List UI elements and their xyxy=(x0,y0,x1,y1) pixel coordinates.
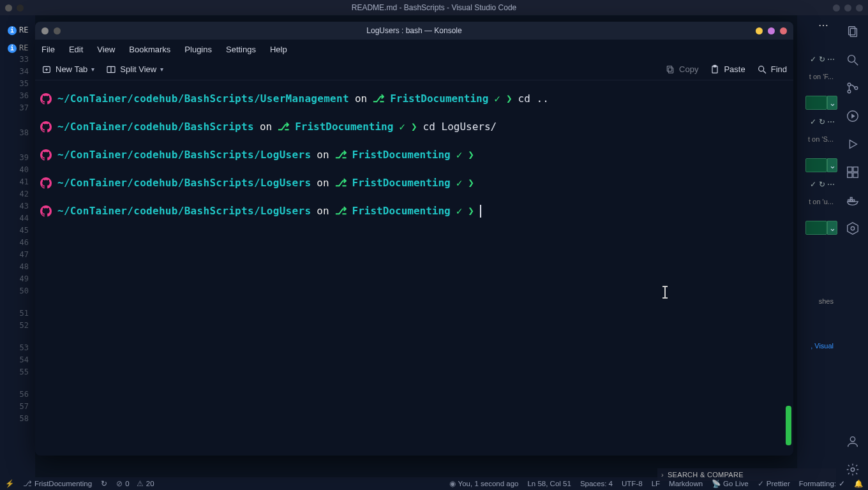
branch-icon: ⎇ xyxy=(335,175,347,191)
window-dot[interactable] xyxy=(844,4,851,11)
chevron-down-icon[interactable]: ▾ xyxy=(160,66,163,73)
scm-actions[interactable]: ✓ ↻ ⋯ xyxy=(810,117,835,126)
extensions-icon[interactable] xyxy=(845,165,860,180)
menu-file[interactable]: File xyxy=(41,45,55,54)
line-number: 53 xyxy=(0,342,29,354)
menu-view[interactable]: View xyxy=(97,45,115,54)
debug-icon[interactable] xyxy=(845,108,860,124)
prompt-line: ~/ConTainer/codehub/BashScripts/LogUsers… xyxy=(40,148,793,162)
encoding-status[interactable]: UTF-8 xyxy=(622,479,643,488)
chevron-down-icon[interactable]: ⌄ xyxy=(827,96,837,110)
prompt-line: ~/ConTainer/codehub/BashScripts/LogUsers… xyxy=(40,176,793,190)
prompt-line: ~/ConTainer/codehub/BashScripts/LogUsers… xyxy=(40,204,793,218)
svg-rect-13 xyxy=(853,173,858,177)
window-dot[interactable] xyxy=(41,27,49,34)
prompt-branch: FristDocumenting xyxy=(390,91,488,107)
prompt-branch: FristDocumenting xyxy=(295,119,393,135)
window-dot[interactable] xyxy=(54,27,61,34)
check-icon: ✓ xyxy=(456,175,463,191)
kubernetes-icon[interactable] xyxy=(845,221,860,236)
window-dot[interactable] xyxy=(17,4,24,11)
konsole-titlebar[interactable]: LogUsers : bash — Konsole xyxy=(35,22,793,40)
chevron-down-icon[interactable]: ⌄ xyxy=(827,221,837,235)
copy-button[interactable]: Copy xyxy=(665,64,698,75)
files-icon[interactable] xyxy=(845,24,860,40)
menu-bookmarks[interactable]: Bookmarks xyxy=(129,45,170,54)
check-icon: ✓ xyxy=(399,119,405,135)
window-dot[interactable] xyxy=(856,4,863,11)
window-dot[interactable] xyxy=(5,4,12,11)
chevron-down-icon[interactable]: ▾ xyxy=(91,66,94,73)
window-controls-left xyxy=(5,4,24,11)
github-icon xyxy=(40,177,52,189)
file-icon: i xyxy=(8,44,17,53)
terminal-area[interactable]: ~/ConTainer/codehub/BashScripts/UserMana… xyxy=(35,80,793,456)
vscode-titlebar: README.md - BashScripts - Visual Studio … xyxy=(0,0,868,15)
line-number: 34 xyxy=(0,66,29,78)
line-number: 50 xyxy=(0,285,29,297)
remote-indicator[interactable]: ⚡ xyxy=(5,479,14,488)
chevron-down-icon[interactable]: ⌄ xyxy=(827,158,837,172)
notifications-icon[interactable]: 🔔 xyxy=(854,479,863,488)
close-button[interactable] xyxy=(780,27,787,34)
problems-status[interactable]: ⊘0 ⚠20 xyxy=(116,479,154,488)
tab-label[interactable]: RE xyxy=(19,42,28,54)
git-branch-status[interactable]: ⎇FristDocumenting xyxy=(23,479,92,488)
github-icon xyxy=(40,149,52,161)
konsole-title: LogUsers : bash — Konsole xyxy=(366,26,461,35)
terminal-scrollbar[interactable] xyxy=(785,170,791,449)
paste-button[interactable]: Paste xyxy=(710,64,745,75)
konsole-toolbar: New Tab ▾ Split View ▾ Copy Paste Find xyxy=(35,59,793,80)
prompt-path: ~/ConTainer/codehub/BashScripts/LogUsers xyxy=(57,147,311,163)
minimize-button[interactable] xyxy=(756,27,763,34)
menu-settings[interactable]: Settings xyxy=(226,45,256,54)
menu-help[interactable]: Help xyxy=(270,45,287,54)
search-icon[interactable] xyxy=(845,52,860,68)
menu-plugins[interactable]: Plugins xyxy=(184,45,212,54)
line-number: 45 xyxy=(0,225,29,237)
tab-label[interactable]: RE xyxy=(19,24,28,36)
fragment-text: t on 'F... xyxy=(809,73,834,80)
run-icon[interactable] xyxy=(845,137,860,152)
fragment-text: , Visual xyxy=(811,342,834,350)
gear-icon[interactable] xyxy=(845,462,860,477)
konsole-menubar: FileEditViewBookmarksPluginsSettingsHelp xyxy=(35,40,793,59)
window-dot[interactable] xyxy=(833,4,840,11)
search-compare-panel-header[interactable]: › SEARCH & COMPARE xyxy=(657,468,836,481)
check-icon: ✓ xyxy=(456,204,463,219)
scm-actions[interactable]: ✓ ↻ ⋯ xyxy=(810,180,835,189)
line-number: 48 xyxy=(0,261,29,273)
docker-icon[interactable] xyxy=(845,193,860,208)
line-number: 42 xyxy=(0,188,29,200)
scm-badge[interactable] xyxy=(805,96,827,110)
more-icon[interactable]: ⋯ xyxy=(818,19,830,31)
maximize-button[interactable] xyxy=(768,27,775,34)
split-view-button[interactable]: Split View ▾ xyxy=(106,64,163,75)
scm-badge[interactable] xyxy=(805,221,827,235)
account-icon[interactable] xyxy=(845,434,860,449)
git-blame-status[interactable]: ◉You, 1 second ago xyxy=(449,479,519,488)
scrollbar-thumb[interactable] xyxy=(786,406,791,445)
vscode-window-title: README.md - BashScripts - Visual Studio … xyxy=(352,3,517,12)
svg-point-5 xyxy=(848,90,851,93)
check-icon: ✓ xyxy=(494,91,500,107)
prompt-branch: FristDocumenting xyxy=(352,147,451,163)
line-number: 46 xyxy=(0,237,29,249)
indentation-status[interactable]: Spaces: 4 xyxy=(580,479,613,488)
svg-point-4 xyxy=(848,83,851,86)
svg-rect-27 xyxy=(668,68,673,73)
search-compare-label: SEARCH & COMPARE xyxy=(668,471,744,479)
svg-point-31 xyxy=(758,66,763,71)
menu-edit[interactable]: Edit xyxy=(69,45,83,54)
new-tab-button[interactable]: New Tab ▾ xyxy=(41,64,94,75)
check-icon: ✓ xyxy=(456,147,463,163)
git-sync-status[interactable]: ↻ xyxy=(101,479,107,488)
cursor-position-status[interactable]: Ln 58, Col 51 xyxy=(527,479,571,488)
svg-line-3 xyxy=(855,62,858,66)
prompt-chevron-icon: ❯ xyxy=(411,119,417,135)
source-control-icon[interactable] xyxy=(845,80,860,96)
scm-actions[interactable]: ✓ ↻ ⋯ xyxy=(810,55,835,64)
scm-badge[interactable] xyxy=(805,158,827,172)
prompt-command: cd LogUsers/ xyxy=(423,119,497,135)
find-button[interactable]: Find xyxy=(757,64,787,75)
